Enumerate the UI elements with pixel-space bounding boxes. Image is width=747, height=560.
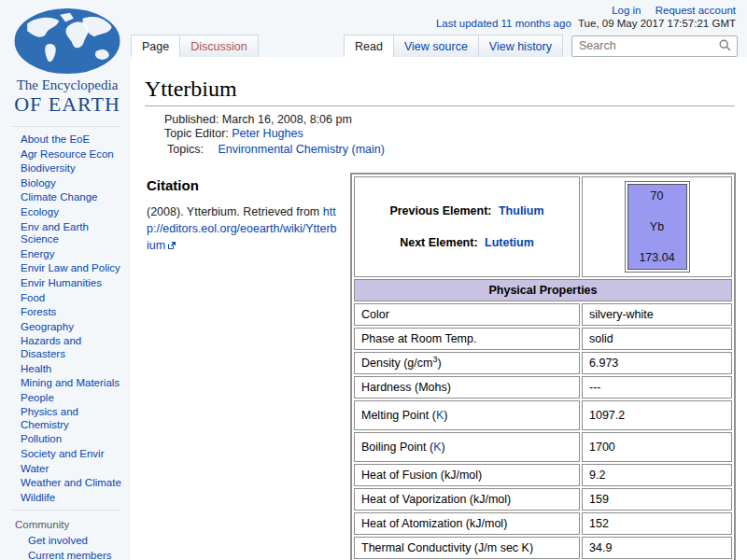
sidebar-item-society-and-envir[interactable]: Society and Envir — [0, 447, 131, 462]
property-label: Phase at Room Temp. — [354, 328, 580, 350]
tab-page[interactable]: Page — [131, 35, 180, 57]
property-value: --- — [582, 376, 732, 399]
element-tile-cell: 70 Yb 173.04 — [582, 176, 732, 277]
properties-table: Previous Element: Thulium Next Element: … — [350, 173, 736, 560]
sidebar-item-forests[interactable]: Forests — [0, 305, 131, 320]
element-symbol: Yb — [628, 220, 686, 233]
property-row: Hardness (Mohs)--- — [354, 376, 732, 399]
property-row: Heat of Fusion (kJ/mol)9.2 — [354, 464, 732, 486]
sidebar-item-people[interactable]: People — [0, 391, 131, 406]
sidebar-item-wildlife[interactable]: Wildlife — [0, 491, 131, 506]
last-updated-link[interactable]: Last updated 11 months ago — [436, 18, 571, 29]
property-label: Density (g/cm3) — [354, 352, 580, 374]
citation-text: (2008). Ytterbium. Retrieved from — [147, 205, 323, 218]
topic-editor-line: Topic Editor: Peter Hughes — [164, 127, 736, 141]
search-box — [571, 35, 738, 57]
published-line: Published: March 16, 2008, 8:06 pm — [164, 113, 736, 127]
property-label: Heat of Vaporization (kJ/mol) — [354, 488, 580, 511]
page-title: Ytterbium — [145, 77, 735, 106]
external-link-icon — [167, 241, 176, 250]
property-value: 159 — [582, 488, 732, 511]
property-value: solid — [582, 328, 732, 350]
property-label: Boiling Point (K) — [354, 432, 580, 462]
element-atomic-mass: 173.04 — [628, 251, 686, 264]
tab-view-source[interactable]: View source — [393, 35, 479, 57]
view-tabs: Read View source View history — [344, 35, 738, 57]
property-value: 6.973 — [582, 352, 732, 374]
article-content: Ytterbium Published: March 16, 2008, 8:0… — [131, 57, 747, 560]
sidebar-item-weather-and-climate[interactable]: Weather and Climate — [0, 476, 131, 491]
sidebar-item-pollution[interactable]: Pollution — [0, 432, 131, 447]
element-nav-row: Previous Element: Thulium Next Element: … — [354, 176, 732, 277]
tab-discussion[interactable]: Discussion — [179, 35, 258, 57]
property-value: 9.2 — [582, 464, 732, 486]
topic-editor-label: Topic Editor: — [164, 127, 229, 140]
property-row: Boiling Point (K)1700 — [354, 432, 732, 462]
property-row: Colorsilvery-white — [354, 303, 732, 326]
search-icon[interactable] — [719, 39, 731, 51]
sidebar-item-geography[interactable]: Geography — [0, 320, 131, 335]
last-updated-timestamp: Tue, 09 May 2017 17:57:21 GMT — [578, 18, 736, 29]
property-value: silvery-white — [582, 303, 732, 326]
kelvin-link[interactable]: K — [433, 441, 441, 454]
topic-editor-link[interactable]: Peter Hughes — [232, 127, 303, 140]
sidebar-item-env-and-earth-science[interactable]: Env and Earth Science — [0, 220, 131, 247]
sidebar-item-ecology[interactable]: Ecology — [0, 205, 131, 220]
sidebar-item-current-members-and-authors[interactable]: Current members and authors — [0, 549, 131, 560]
sidebar-item-biology[interactable]: Biology — [0, 176, 131, 191]
next-element-label: Next Element: — [400, 236, 477, 249]
sidebar-item-mining-and-materials[interactable]: Mining and Materials — [0, 376, 131, 391]
page: Log in Request account Last updated 11 m… — [0, 0, 747, 560]
topic-main-link[interactable]: Environmental Chemistry (main) — [218, 143, 385, 156]
sidebar-item-envir-law-and-policy[interactable]: Envir Law and Policy — [0, 261, 131, 276]
sidebar-item-get-involved[interactable]: Get involved — [0, 534, 131, 549]
request-account-link[interactable]: Request account — [655, 5, 736, 16]
site-logo[interactable]: The Encyclopedia OF EARTH — [5, 7, 130, 117]
sidebar-item-hazards-and-disasters[interactable]: Hazards and Disasters — [0, 334, 131, 361]
tab-view-history[interactable]: View history — [478, 35, 563, 57]
element-atomic-number: 70 — [628, 189, 686, 203]
property-label: Hardness (Mohs) — [354, 376, 580, 399]
topics-line: Topics: Environmental Chemistry (main) — [164, 143, 736, 157]
sidebar: About the EoEAgr Resource EconBiodiversi… — [0, 126, 131, 560]
sidebar-item-biodiversity[interactable]: Biodiversity — [0, 161, 131, 176]
login-link[interactable]: Log in — [612, 5, 641, 16]
property-row: Melting Point (K)1097.2 — [354, 400, 732, 430]
property-row: Phase at Room Temp.solid — [354, 328, 732, 350]
sidebar-item-agr-resource-econ[interactable]: Agr Resource Econ — [0, 147, 131, 162]
property-label: Heat of Fusion (kJ/mol) — [354, 464, 580, 486]
previous-element-link[interactable]: Thulium — [499, 204, 544, 217]
properties-tbody: Previous Element: Thulium Next Element: … — [354, 176, 732, 560]
property-row: Thermal Conductivity (J/m sec K)34.9 — [354, 537, 732, 559]
topics-label: Topics: — [167, 143, 204, 156]
kelvin-link[interactable]: K — [436, 409, 444, 422]
citation-section: Citation (2008). Ytterbium. Retrieved fr… — [145, 173, 339, 254]
property-value: 34.9 — [582, 537, 732, 559]
next-element-link[interactable]: Lutetium — [485, 236, 534, 249]
sidebar-item-food[interactable]: Food — [0, 291, 131, 306]
globe-icon — [12, 7, 122, 75]
sidebar-item-water[interactable]: Water — [0, 462, 131, 477]
element-tile: 70 Yb 173.04 — [625, 181, 690, 273]
tab-read[interactable]: Read — [344, 35, 394, 57]
previous-element-label: Previous Element: — [389, 204, 491, 217]
sidebar-item-health[interactable]: Health — [0, 362, 131, 377]
property-label: Heat of Atomization (kJ/mol) — [354, 512, 580, 535]
property-value: 1700 — [582, 432, 732, 462]
search-input[interactable] — [571, 35, 738, 57]
sidebar-divider — [12, 510, 120, 511]
logo-text-line1: The Encyclopedia — [5, 77, 130, 93]
sidebar-item-climate-change[interactable]: Climate Change — [0, 190, 131, 205]
sidebar-item-about-the-eoe[interactable]: About the EoE — [0, 133, 131, 147]
sidebar-item-envir-humanities[interactable]: Envir Humanities — [0, 276, 131, 291]
citation-heading: Citation — [147, 177, 339, 193]
properties-header: Physical Properties — [354, 279, 732, 301]
properties-header-row: Physical Properties — [354, 279, 732, 301]
element-nav-cell: Previous Element: Thulium Next Element: … — [354, 176, 580, 277]
sidebar-item-energy[interactable]: Energy — [0, 247, 131, 262]
sidebar-divider — [12, 126, 120, 127]
property-label: Color — [354, 303, 580, 326]
property-row: Heat of Atomization (kJ/mol)152 — [354, 512, 732, 535]
sidebar-item-physics-and-chemistry[interactable]: Physics and Chemistry — [0, 405, 131, 432]
property-row: Heat of Vaporization (kJ/mol)159 — [354, 488, 732, 511]
